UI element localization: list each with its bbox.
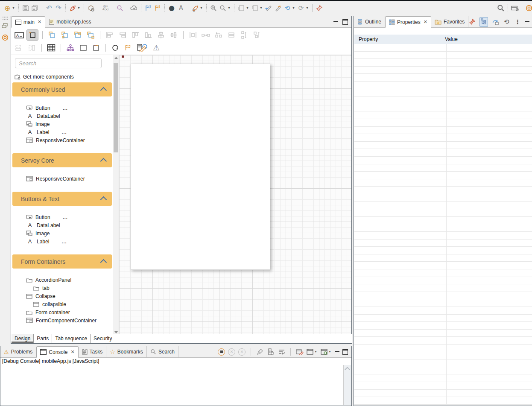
palette-item-formcomponentcontainer[interactable]: FormComponentContainer [12, 316, 113, 324]
palette-item-collapsible[interactable]: collapsible [12, 300, 113, 308]
edit-stylesheet-button[interactable] [135, 43, 149, 53]
tab-outline[interactable]: Outline [354, 16, 385, 27]
scroll-up-arrow[interactable] [345, 367, 350, 372]
link-with-editor-button[interactable] [491, 18, 499, 26]
drag-handle[interactable] [3, 17, 8, 18]
open-perspective-button[interactable] [510, 3, 520, 13]
tab-console[interactable]: Console ✕ [36, 346, 78, 358]
hierarchy-button[interactable] [65, 43, 76, 53]
editor-tab-main[interactable]: main ✕ [11, 16, 45, 28]
flag-orange-button[interactable] [153, 3, 162, 13]
remove-launch-button[interactable]: ✕ [228, 348, 235, 356]
cloud-sync-button[interactable] [129, 3, 139, 13]
more-options-button[interactable]: ... [63, 105, 68, 111]
palette-item-image[interactable]: Image [12, 120, 113, 128]
select-tool-button[interactable] [26, 29, 38, 41]
distribute-horizontal-button[interactable] [187, 30, 199, 40]
properties-table-body[interactable] [354, 44, 532, 405]
solution-explorer-button[interactable] [1, 34, 9, 43]
get-more-components-link[interactable]: Get more components [14, 73, 109, 80]
palette-item-datalabel[interactable]: A DataLabel [12, 112, 113, 120]
display-console-button[interactable]: ▾ [321, 349, 332, 355]
search-button[interactable]: ▾ [218, 3, 232, 13]
align-right-button[interactable] [117, 30, 128, 40]
back-button[interactable]: ⟲ ▾ [283, 3, 296, 13]
close-icon[interactable]: ✕ [38, 19, 41, 25]
palette-item-label[interactable]: A Label ... [12, 237, 113, 245]
save-button[interactable] [21, 3, 30, 13]
font-tool-button[interactable]: A [176, 3, 186, 13]
align-left-button[interactable] [104, 30, 115, 40]
same-width-button[interactable] [226, 30, 237, 40]
more-options-button[interactable]: ... [61, 239, 67, 244]
minimize-icon[interactable] [333, 20, 338, 22]
palette-scrollbar[interactable] [113, 55, 119, 336]
maximize-icon[interactable] [342, 19, 348, 25]
restore-default-button[interactable]: ⟲ [503, 18, 510, 26]
minimize-icon[interactable] [335, 350, 339, 352]
word-wrap-button[interactable] [278, 348, 285, 356]
palette-search-input[interactable] [15, 58, 102, 68]
flag-tool-button[interactable] [123, 43, 134, 53]
palette-section-form-containers[interactable]: Form Containers [12, 254, 112, 269]
redo-button[interactable]: ↷ [54, 3, 63, 13]
pin-console-button[interactable] [296, 348, 304, 356]
previous-edit-location-button[interactable]: ▾ [237, 3, 250, 13]
scroll-up-arrow[interactable] [114, 57, 118, 59]
place-component-tool-button[interactable] [47, 30, 58, 40]
minimize-icon[interactable] [525, 20, 529, 22]
export-solution-button[interactable] [86, 3, 96, 13]
save-all-button[interactable] [30, 3, 40, 13]
design-canvas[interactable] [119, 55, 351, 336]
drag-handle[interactable] [3, 19, 8, 20]
anchor-tool-button[interactable] [91, 43, 102, 53]
new-wizard-button[interactable]: ⊕ ▾ [3, 3, 16, 13]
tab-bookmarks[interactable]: ☆ Bookmarks [106, 346, 147, 357]
open-search-button[interactable] [115, 3, 125, 13]
zoom-in-button[interactable] [209, 3, 218, 13]
next-edit-location-button[interactable]: ▾ [250, 3, 264, 13]
open-console-button[interactable]: ▾ [307, 349, 318, 355]
decrease-spacing-button[interactable] [213, 30, 224, 40]
align-bottom-button[interactable] [143, 30, 154, 40]
palette-item-form-container[interactable]: Form container [12, 308, 113, 316]
debug-launch-button[interactable]: ▾ [68, 3, 82, 13]
ungroup-button[interactable] [26, 43, 38, 53]
scroll-down-arrow[interactable] [114, 331, 118, 333]
palette-item-responsivecontainer[interactable]: ResponsiveContainer [12, 175, 113, 183]
back-edit-pencil-button[interactable] [264, 3, 273, 13]
place-field-tool-button[interactable] [59, 30, 70, 40]
place-table-button[interactable] [46, 43, 57, 53]
quick-search-button[interactable] [496, 3, 506, 13]
tab-tasks[interactable]: Tasks [79, 346, 107, 357]
group-button[interactable] [14, 43, 25, 53]
dark-globe-button[interactable]: ● [167, 3, 176, 13]
align-center-vertical-button[interactable] [155, 30, 167, 40]
scroll-lock-button[interactable] [267, 348, 275, 356]
palette-item-accordionpanel[interactable]: AccordionPanel [12, 276, 113, 284]
palette-item-datalabel[interactable]: A DataLabel [12, 221, 113, 229]
view-menu-button[interactable]: ⋮ [514, 18, 521, 26]
equal-vertical-spacing-button[interactable] [239, 30, 250, 40]
form-body-part[interactable] [131, 64, 270, 270]
flag-blue-button[interactable] [143, 3, 153, 13]
palette-item-image[interactable]: Image [12, 229, 113, 237]
tab-parts[interactable]: Parts [34, 334, 52, 343]
palette-item-tab[interactable]: tab [12, 284, 113, 292]
more-options-button[interactable]: ... [63, 215, 68, 220]
scrollbar-thumb[interactable] [114, 63, 118, 152]
palette-item-label[interactable]: A Label ... [12, 128, 113, 136]
property-column-header[interactable]: Property [354, 36, 445, 42]
palette-section-commonly-used[interactable]: Commonly Used [12, 82, 112, 96]
tab-problems[interactable]: ⚠ Problems [0, 346, 36, 357]
restore-view-button[interactable] [2, 23, 9, 29]
remove-all-launches-button[interactable]: ✕ [238, 348, 246, 356]
tab-security[interactable]: Security [91, 334, 115, 343]
servoy-perspective-button[interactable] [524, 3, 532, 13]
value-column-header[interactable]: Value [445, 36, 458, 42]
forward-button[interactable]: ⟳ ▾ [296, 3, 310, 13]
rectangle-tool-button[interactable] [78, 43, 89, 53]
editor-tab-mobileapp-less[interactable]: mobileApp.less [45, 16, 95, 27]
tab-favorites[interactable]: Favorites [431, 16, 468, 27]
palette-section-buttons-text[interactable]: Buttons & Text [12, 192, 112, 206]
